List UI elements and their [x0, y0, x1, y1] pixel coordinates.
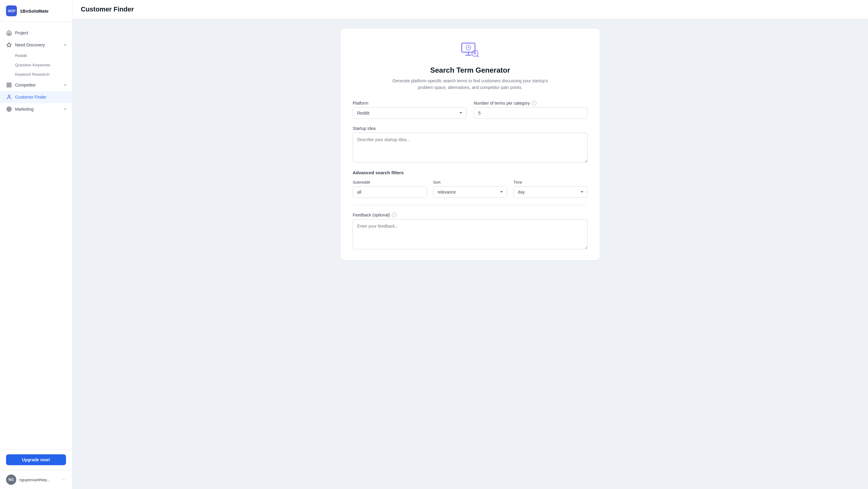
platform-select[interactable]: Reddit Twitter LinkedIn Hacker News: [352, 107, 467, 119]
terms-label: Number of terms per category i: [474, 101, 588, 105]
sidebar-user: NG nguyenvanthiep... ···: [0, 470, 72, 489]
svg-rect-4: [7, 86, 8, 87]
svg-rect-1: [7, 83, 8, 84]
advanced-section: Advanced search filters Subreddit Sort r…: [352, 170, 588, 198]
sidebar-item-label: Competitor: [15, 83, 36, 87]
sidebar-item-need-discovery[interactable]: Need Discovery ▾: [0, 39, 72, 51]
sidebar-item-label: Project: [15, 30, 28, 35]
page-title: Customer Finder: [81, 5, 860, 13]
advanced-row: Subreddit Sort relevance hot new top: [352, 180, 588, 198]
time-label: Time: [513, 180, 588, 184]
grid-icon: [6, 82, 12, 88]
content-area: Search Term Generator Generate platform-…: [72, 19, 868, 489]
sidebar-nav: Project Need Discovery ▾ Reddit Question…: [0, 22, 72, 449]
sidebar-item-project[interactable]: Project: [0, 27, 72, 39]
sidebar-item-competitor[interactable]: Competitor ▾: [0, 79, 72, 91]
sidebar-subitem-question-keywords[interactable]: Question Keywords: [0, 60, 72, 70]
platform-row: Platform Reddit Twitter LinkedIn Hacker …: [352, 101, 588, 119]
startup-idea-label: Startup Idea: [352, 126, 588, 131]
sidebar-logo: 1B1P 1BnSoloMate: [0, 0, 72, 22]
info-icon[interactable]: i: [532, 101, 536, 105]
sidebar-item-customer-finder[interactable]: Customer Finder: [0, 91, 72, 103]
feedback-textarea[interactable]: [352, 219, 588, 249]
feedback-info-icon[interactable]: i: [392, 213, 397, 217]
subreddit-group: Subreddit: [352, 180, 427, 198]
upgrade-button[interactable]: Upgrade now!: [6, 454, 66, 465]
sidebar-item-marketing[interactable]: Marketing ▾: [0, 103, 72, 115]
more-options-icon[interactable]: ···: [62, 477, 66, 482]
card-title: Search Term Generator: [352, 66, 588, 74]
logo-badge: 1B1P: [6, 5, 17, 16]
avatar: NG: [6, 475, 16, 485]
svg-point-7: [8, 108, 10, 111]
chevron-down-icon: ▾: [64, 43, 66, 47]
sidebar-subitem-keyword-research[interactable]: Keyword Research: [0, 70, 72, 79]
svg-rect-2: [10, 83, 11, 84]
main-content: Customer Finder: [72, 0, 868, 489]
time-select[interactable]: day week month year all: [513, 186, 588, 198]
logo-text: 1BnSoloMate: [20, 8, 49, 13]
time-group: Time day week month year all: [513, 180, 588, 198]
svg-point-5: [8, 95, 10, 97]
startup-idea-textarea[interactable]: [352, 133, 588, 163]
username: nguyenvanthiep...: [19, 478, 59, 482]
svg-marker-13: [468, 47, 470, 49]
sidebar-item-label: Customer Finder: [15, 95, 46, 99]
feedback-group: Feedback (optional) i: [352, 213, 588, 249]
terms-group: Number of terms per category i: [474, 101, 588, 119]
card: Search Term Generator Generate platform-…: [341, 29, 600, 260]
search-term-generator-icon: [459, 39, 481, 61]
svg-rect-3: [10, 86, 11, 87]
chevron-down-icon: ▾: [64, 83, 66, 87]
subreddit-label: Subreddit: [352, 180, 427, 184]
sidebar-item-label: Marketing: [15, 107, 33, 112]
user-icon: [6, 94, 12, 100]
platform-group: Platform Reddit Twitter LinkedIn Hacker …: [352, 101, 467, 119]
svg-marker-0: [7, 43, 11, 47]
sort-select[interactable]: relevance hot new top: [433, 186, 507, 198]
topbar: Customer Finder: [72, 0, 868, 19]
svg-point-8: [9, 109, 10, 110]
terms-input[interactable]: [474, 107, 588, 119]
platform-label: Platform: [352, 101, 467, 105]
sort-label: Sort: [433, 180, 507, 184]
feedback-label: Feedback (optional) i: [352, 213, 588, 217]
startup-idea-group: Startup Idea: [352, 126, 588, 163]
svg-line-15: [477, 56, 478, 57]
sidebar-subitem-reddit[interactable]: Reddit: [0, 51, 72, 60]
upgrade-section: Upgrade now!: [0, 449, 72, 470]
advanced-label: Advanced search filters: [352, 170, 588, 175]
sort-group: Sort relevance hot new top: [433, 180, 507, 198]
star-icon: [6, 42, 12, 48]
subreddit-input[interactable]: [352, 186, 427, 198]
sidebar-item-label: Need Discovery: [15, 42, 45, 47]
card-header: Search Term Generator Generate platform-…: [352, 39, 588, 91]
sidebar: 1B1P 1BnSoloMate Project Need Discovery …: [0, 0, 72, 489]
chevron-down-icon: ▾: [64, 107, 66, 111]
home-icon: [6, 30, 12, 36]
target-icon: [6, 106, 12, 112]
card-subtitle: Generate platform-specific search terms …: [386, 78, 555, 91]
